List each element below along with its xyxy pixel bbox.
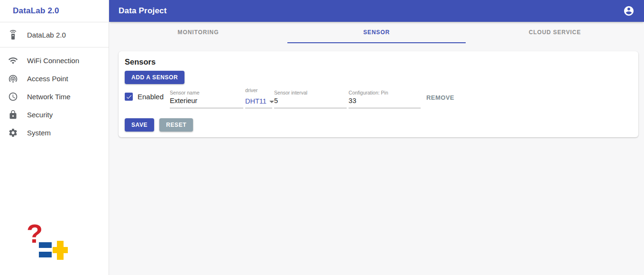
add-sensor-button[interactable]: ADD A SENSOR [125, 71, 184, 84]
driver-select[interactable]: driver DHT11 [245, 87, 272, 108]
wifi-tethering-icon [8, 73, 18, 84]
sensor-name-label: Sensor name [170, 90, 243, 95]
sensor-name-input[interactable] [170, 97, 243, 105]
form-actions: SAVE RESET [125, 118, 632, 132]
configuration-pin-field: Configuration: Pin [349, 90, 421, 108]
brand-logo: ? [27, 219, 74, 265]
lock-icon [8, 109, 18, 120]
sensor-name-field: Sensor name [170, 90, 243, 108]
tab-bar: MONITORING SENSOR CLOUD SERVICE [109, 22, 644, 43]
enabled-label: Enabled [138, 93, 164, 101]
account-circle-icon[interactable] [623, 5, 635, 17]
remove-button[interactable]: REMOVE [426, 94, 454, 101]
configuration-pin-input[interactable] [349, 97, 421, 105]
driver-value: DHT11 [245, 97, 267, 105]
sidebar-item-system[interactable]: System [0, 123, 109, 142]
save-button[interactable]: SAVE [125, 118, 154, 132]
wifi-icon [8, 55, 18, 66]
sidebar-header: DataLab 2.0 [0, 0, 109, 22]
tab-cloud-service[interactable]: CLOUD SERVICE [466, 22, 644, 43]
sensors-heading: Sensors [125, 57, 632, 66]
sidebar-item-label: Access Point [27, 75, 68, 83]
reset-button[interactable]: RESET [159, 118, 193, 132]
sensor-interval-label: Sensor interval [274, 90, 347, 95]
sidebar-item-access-point[interactable]: Access Point [0, 69, 109, 87]
logo-equals-bar [39, 252, 52, 257]
chevron-down-icon [269, 101, 274, 103]
sidebar-item-label: System [27, 129, 51, 137]
gear-icon [8, 127, 18, 138]
sidebar-item-label: Network Time [27, 93, 71, 101]
sidebar-item-network-time[interactable]: Network Time [0, 87, 109, 105]
tab-monitoring[interactable]: MONITORING [109, 22, 287, 43]
configuration-pin-label: Configuration: Pin [349, 90, 421, 95]
sidebar-item-wifi-connection[interactable]: WiFi Connection [0, 51, 109, 69]
logo-equals-bar [39, 242, 52, 248]
remote-device-icon [8, 29, 18, 40]
sensor-interval-input[interactable] [274, 97, 347, 105]
appbar: Data Project [109, 0, 644, 22]
sidebar-nav: WiFi Connection Access Point Network Tim… [0, 47, 109, 142]
clock-icon [8, 91, 18, 102]
checkmark-icon [126, 94, 132, 100]
sensor-row: Enabled Sensor name driver DHT11 Sensor … [125, 87, 632, 108]
sidebar-item-label: WiFi Connection [27, 57, 79, 65]
sidebar-item-datalab-device[interactable]: DataLab 2.0 [0, 22, 109, 47]
sidebar: DataLab 2.0 DataLab 2.0 WiFi Connection … [0, 0, 109, 275]
sensors-card: Sensors ADD A SENSOR Enabled Sensor name… [119, 51, 638, 137]
tab-sensor[interactable]: SENSOR [287, 22, 466, 43]
sensor-interval-field: Sensor interval [274, 90, 347, 108]
enabled-checkbox[interactable] [125, 93, 133, 101]
sidebar-item-label: DataLab 2.0 [27, 31, 66, 39]
driver-label: driver [245, 87, 272, 93]
sidebar-item-label: Security [27, 111, 53, 119]
logo-plus-icon [53, 247, 68, 253]
enabled-control: Enabled [125, 93, 170, 101]
sidebar-item-security[interactable]: Security [0, 105, 109, 123]
page-title: Data Project [119, 6, 167, 16]
app-title: DataLab 2.0 [13, 6, 59, 16]
main-content: MONITORING SENSOR CLOUD SERVICE Sensors … [109, 22, 644, 275]
